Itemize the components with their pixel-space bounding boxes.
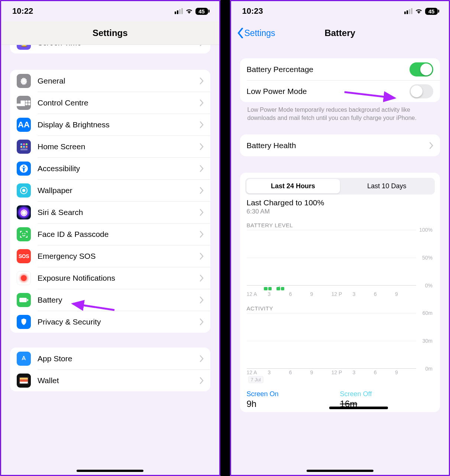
svg-rect-8 (20, 146, 22, 148)
chevron-right-icon (200, 253, 204, 260)
chevron-right-icon (200, 78, 204, 84)
x-tick: 6 (374, 291, 395, 297)
svg-rect-2 (28, 100, 30, 102)
svg-rect-11 (20, 149, 27, 150)
x-tick: 9 (310, 291, 331, 297)
svg-rect-5 (20, 143, 22, 145)
row-label: Battery Percentage (247, 65, 410, 74)
settings-row-screentime[interactable]: ⏳ Screen Time (10, 45, 210, 53)
row-label: Accessibility (38, 164, 200, 173)
x-tick: 3 (268, 291, 289, 297)
settings-row-battery[interactable]: Battery (10, 289, 210, 311)
svg-rect-9 (23, 146, 25, 148)
row-label: Battery Health (247, 141, 430, 150)
cellular-signal-icon (404, 8, 412, 14)
chevron-right-icon (200, 143, 204, 150)
settings-row-sos[interactable]: SOSEmergency SOS (10, 245, 210, 267)
last-charged-time: 6:30 AM (247, 208, 434, 215)
battery-level-label: BATTERY LEVEL (247, 222, 434, 228)
battery-health-row[interactable]: Battery Health (240, 134, 440, 156)
date-chip: 7 Jul (248, 376, 263, 383)
hourglass-icon: ⏳ (17, 45, 31, 50)
row-label: Exposure Notifications (38, 274, 200, 283)
chevron-right-icon (200, 187, 204, 194)
chevron-right-icon (200, 45, 204, 46)
settings-row-faceid[interactable]: Face ID & Passcode (10, 223, 210, 245)
row-label: General (38, 76, 200, 85)
x-tick: 6 (289, 369, 310, 375)
row-label: Wallet (38, 376, 200, 385)
x-tick: 12 A (247, 369, 268, 375)
faceid-icon (17, 227, 31, 241)
settings-row-wallet[interactable]: Wallet (10, 369, 210, 391)
y-tick: 0m (425, 366, 433, 372)
battery-percentage-toggle[interactable] (409, 62, 433, 76)
row-label: Battery (38, 296, 200, 304)
x-axis-ticks: 12 A36912 P369 (247, 290, 417, 297)
svg-point-15 (22, 189, 25, 192)
svg-rect-6 (23, 143, 25, 145)
low-power-footnote: Low Power Mode temporarily reduces backg… (240, 102, 440, 122)
row-label: Face ID & Passcode (38, 230, 200, 239)
home-indicator[interactable] (77, 470, 143, 472)
chevron-right-icon (200, 165, 204, 172)
svg-point-13 (23, 165, 25, 167)
chevron-right-icon (200, 377, 204, 384)
display-icon: AA (17, 118, 31, 132)
settings-row-privacy[interactable]: Privacy & Security (10, 311, 210, 333)
phone-settings-screen: 10:22 45 Settings ⏳ Screen Time General▃… (0, 0, 220, 476)
appstore-icon (17, 352, 31, 366)
page-title: Settings (93, 28, 128, 38)
settings-row-wallpaper[interactable]: Wallpaper (10, 179, 210, 201)
chevron-right-icon (200, 231, 204, 238)
x-tick: 6 (374, 369, 395, 375)
svg-point-16 (23, 233, 23, 234)
svg-rect-7 (26, 143, 27, 145)
svg-rect-1 (25, 100, 27, 102)
settings-row-control-centre[interactable]: ▃▇Control Centre (10, 92, 210, 114)
settings-row-appstore[interactable]: App Store (10, 348, 210, 369)
settings-row-home[interactable]: Home Screen (10, 136, 210, 157)
settings-row-display[interactable]: AADisplay & Brightness (10, 114, 210, 136)
x-tick: 3 (353, 291, 374, 297)
tab-last-24h[interactable]: Last 24 Hours (246, 179, 340, 193)
row-label: Screen Time (38, 45, 200, 47)
siri-icon: ◉ (17, 205, 31, 219)
tab-last-10d[interactable]: Last 10 Days (340, 179, 434, 193)
svg-rect-19 (27, 299, 28, 301)
settings-row-accessibility[interactable]: Accessibility (10, 157, 210, 179)
battery-content[interactable]: Battery Percentage Low Power Mode Low Po… (231, 45, 449, 475)
sos-icon: SOS (17, 249, 31, 263)
status-bar: 10:22 45 (1, 1, 219, 21)
control-centre-icon: ▃▇ (17, 96, 31, 110)
svg-point-17 (25, 233, 25, 234)
row-label: Siri & Search (38, 208, 200, 217)
home-indicator[interactable] (307, 470, 373, 472)
charging-bolt-icon: ⚡︎ (277, 285, 281, 291)
wallet-icon (17, 374, 31, 388)
back-button[interactable]: Settings (237, 28, 275, 38)
low-power-mode-toggle[interactable] (409, 84, 433, 98)
status-time: 10:23 (242, 6, 263, 16)
chevron-right-icon (430, 142, 433, 149)
home-icon (17, 140, 31, 154)
chevron-right-icon (200, 319, 204, 325)
svg-rect-3 (25, 103, 27, 105)
row-label: Display & Brightness (38, 120, 200, 129)
settings-list[interactable]: ⏳ Screen Time General▃▇Control CentreAAD… (1, 45, 219, 475)
settings-row-siri[interactable]: ◉Siri & Search (10, 201, 210, 223)
y-tick: 30m (423, 338, 433, 344)
settings-row-general[interactable]: General (10, 70, 210, 92)
chevron-right-icon (200, 100, 204, 106)
settings-row-exposure[interactable]: Exposure Notifications (10, 267, 210, 289)
phone-battery-screen: 10:23 45 Settings Battery Battery Percen… (230, 0, 450, 476)
accessibility-icon (17, 162, 31, 176)
row-label: Privacy & Security (38, 317, 200, 326)
y-tick: 60m (423, 310, 433, 316)
x-tick: 9 (395, 369, 416, 375)
chevron-right-icon (200, 297, 204, 303)
svg-rect-18 (19, 298, 27, 302)
row-label: Emergency SOS (38, 252, 200, 261)
nav-bar: Settings Battery (231, 21, 449, 45)
x-tick: 6 (289, 291, 310, 297)
